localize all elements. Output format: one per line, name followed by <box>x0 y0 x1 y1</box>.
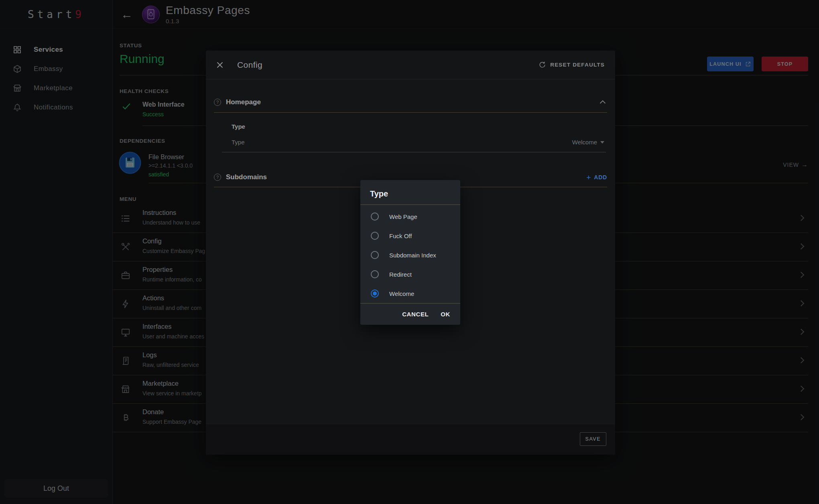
radio-option-welcome[interactable]: Welcome <box>360 284 460 303</box>
radio-option-subdomain-index[interactable]: Subdomain Index <box>360 245 460 265</box>
type-dialog-footer: CANCEL OK <box>360 303 460 325</box>
radio-icon[interactable] <box>371 270 379 278</box>
type-options-list: Web Page Fuck Off Subdomain Index Redire… <box>360 205 460 303</box>
radio-icon[interactable] <box>371 232 379 240</box>
radio-option-redirect[interactable]: Redirect <box>360 265 460 284</box>
radio-icon[interactable] <box>371 289 379 298</box>
radio-icon[interactable] <box>371 251 379 259</box>
radio-option-web-page[interactable]: Web Page <box>360 207 460 226</box>
ok-button[interactable]: OK <box>441 311 450 318</box>
radio-icon[interactable] <box>371 213 379 221</box>
cancel-button[interactable]: CANCEL <box>402 311 429 318</box>
radio-option-fuck-off[interactable]: Fuck Off <box>360 226 460 245</box>
type-dialog-title: Type <box>360 180 460 205</box>
type-dialog: Type Web Page Fuck Off Subdomain Index R… <box>360 180 460 325</box>
